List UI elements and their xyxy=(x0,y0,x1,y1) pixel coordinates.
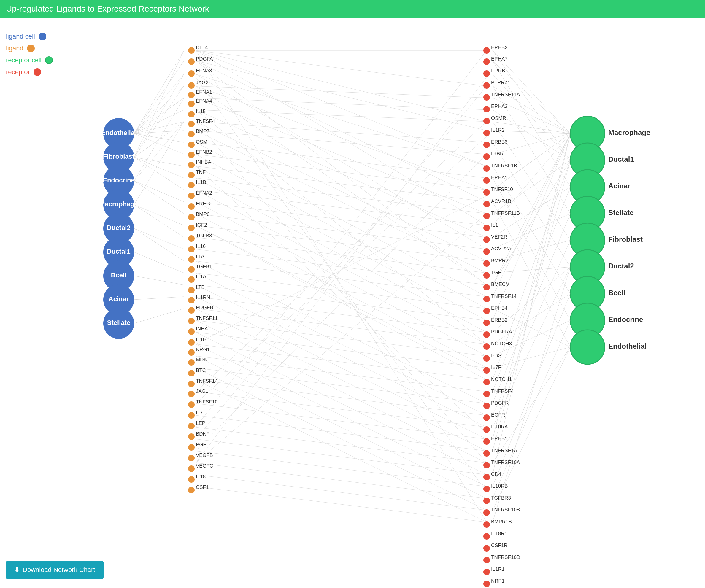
node-ligand-nrg1[interactable] xyxy=(188,349,195,356)
node-receptor-vegf2r[interactable] xyxy=(483,237,490,243)
node-ligand-lta[interactable] xyxy=(188,256,195,262)
node-receptor-ltbr[interactable] xyxy=(483,153,490,160)
node-ligand-bmp7[interactable] xyxy=(188,131,195,137)
svg-text:TNFSF14: TNFSF14 xyxy=(196,378,218,384)
node-receptor-tmsfsf10[interactable] xyxy=(483,189,490,196)
node-ligand-tnfsf14[interactable] xyxy=(188,381,195,387)
node-ligand-ltb[interactable] xyxy=(188,287,195,293)
node-receptor-il2rb[interactable] xyxy=(483,70,490,77)
node-receptor-nrp1[interactable] xyxy=(483,581,490,587)
node-receptor-notch1[interactable] xyxy=(483,379,490,385)
node-ligand-jag2[interactable] xyxy=(188,82,195,89)
node-ligand-jag1[interactable] xyxy=(188,391,195,397)
node-receptor-tnfrsf4[interactable] xyxy=(483,391,490,397)
node-ligand-il18[interactable] xyxy=(188,476,195,483)
node-receptor-csf1r[interactable] xyxy=(483,545,490,551)
node-receptor-cd4[interactable] xyxy=(483,474,490,480)
node-ligand-dll4[interactable] xyxy=(188,47,195,54)
node-ligand-bmp6[interactable] xyxy=(188,214,195,220)
node-ligand-efna3[interactable] xyxy=(188,70,195,77)
node-receptor-egfr[interactable] xyxy=(483,414,490,421)
node-ligand-vegfc[interactable] xyxy=(188,466,195,472)
node-receptor-ephb2[interactable] xyxy=(483,47,490,54)
node-receptor-tnfrsf10b[interactable] xyxy=(483,509,490,516)
node-receptor-osmr[interactable] xyxy=(483,118,490,124)
node-receptor-cell-endothelial[interactable] xyxy=(570,330,605,364)
node-ligand-il1a[interactable] xyxy=(188,276,195,283)
node-receptor-epha1[interactable] xyxy=(483,177,490,184)
node-receptor-notch3[interactable] xyxy=(483,343,490,350)
node-receptor-tgf[interactable] xyxy=(483,272,490,279)
svg-text:Macrophage: Macrophage xyxy=(99,200,138,208)
node-receptor-pdgfra[interactable] xyxy=(483,331,490,338)
node-ligand-tnfsf10[interactable] xyxy=(188,401,195,408)
node-ligand-mdk[interactable] xyxy=(188,359,195,366)
node-receptor-tnfrsf1b[interactable] xyxy=(483,165,490,172)
node-ligand-il1b[interactable] xyxy=(188,182,195,188)
node-ligand-il7[interactable] xyxy=(188,412,195,419)
node-receptor-il1r1[interactable] xyxy=(483,569,490,575)
node-receptor-tnfrsf10a[interactable] xyxy=(483,462,490,469)
node-ligand-tgfb1[interactable] xyxy=(188,266,195,273)
node-ligand-il16[interactable] xyxy=(188,246,195,252)
node-receptor-tnfrsf11a[interactable] xyxy=(483,94,490,101)
svg-line-95 xyxy=(196,50,486,86)
node-receptor-tnfrsf14[interactable] xyxy=(483,296,490,302)
node-receptor-tgfbr3[interactable] xyxy=(483,497,490,504)
node-ligand-il15[interactable] xyxy=(188,111,195,117)
node-ligand-bdnf[interactable] xyxy=(188,433,195,440)
node-ligand-pdgfa[interactable] xyxy=(188,58,195,65)
node-ligand-efna2[interactable] xyxy=(188,193,195,199)
node-ligand-inhba[interactable] xyxy=(188,162,195,168)
svg-line-141 xyxy=(196,285,486,427)
download-button[interactable]: Download Network Chart xyxy=(6,561,103,579)
node-receptor-tnfrsf11b[interactable] xyxy=(483,213,490,219)
node-ligand-efnb2[interactable] xyxy=(188,152,195,158)
node-receptor-erbb3[interactable] xyxy=(483,142,490,148)
node-ligand-il1rn[interactable] xyxy=(188,297,195,303)
node-ligand-tgfb3[interactable] xyxy=(188,235,195,242)
node-ligand-csf1[interactable] xyxy=(188,487,195,493)
node-ligand-inha[interactable] xyxy=(188,329,195,335)
node-ligand-il10[interactable] xyxy=(188,339,195,346)
node-ligand-lep[interactable] xyxy=(188,423,195,429)
node-receptor-epha3[interactable] xyxy=(483,106,490,112)
svg-text:IL1R1: IL1R1 xyxy=(491,566,505,572)
node-ligand-efna1[interactable] xyxy=(188,92,195,98)
node-ligand-ereg[interactable] xyxy=(188,203,195,210)
node-receptor-ephb1[interactable] xyxy=(483,438,490,445)
node-ligand-tnf[interactable] xyxy=(188,172,195,178)
node-receptor-il1r2[interactable] xyxy=(483,130,490,136)
node-receptor-epha7[interactable] xyxy=(483,58,490,65)
node-receptor-acvr1b[interactable] xyxy=(483,201,490,207)
node-receptor-tnfrsf1a[interactable] xyxy=(483,450,490,456)
node-receptor-bmpr1b[interactable] xyxy=(483,521,490,528)
node-ligand-tnfsf4[interactable] xyxy=(188,121,195,127)
node-ligand-tnfsf11[interactable] xyxy=(188,318,195,324)
svg-text:IL10RB: IL10RB xyxy=(491,483,508,489)
node-ligand-osm[interactable] xyxy=(188,142,195,148)
node-receptor-bmpr2[interactable] xyxy=(483,260,490,267)
node-ligand-igf2[interactable] xyxy=(188,225,195,231)
node-receptor-ephb4[interactable] xyxy=(483,308,490,314)
node-ligand-efna4[interactable] xyxy=(188,101,195,107)
node-ligand-btc[interactable] xyxy=(188,370,195,377)
node-receptor-il18r1[interactable] xyxy=(483,533,490,540)
node-receptor-il7r[interactable] xyxy=(483,367,490,374)
node-receptor-pdgfr[interactable] xyxy=(483,403,490,409)
node-receptor-ptprz1[interactable] xyxy=(483,82,490,89)
node-ligand-pdgfb[interactable] xyxy=(188,307,195,313)
node-receptor-il10rb[interactable] xyxy=(483,486,490,492)
node-receptor-il6st[interactable] xyxy=(483,355,490,362)
node-receptor-acvr2a[interactable] xyxy=(483,248,490,255)
node-receptor-il1[interactable] xyxy=(483,225,490,231)
node-receptor-erbb2[interactable] xyxy=(483,320,490,326)
node-receptor-bmecm[interactable] xyxy=(483,284,490,290)
node-ligand-vegfb[interactable] xyxy=(188,455,195,461)
node-receptor-tnfrsf10d[interactable] xyxy=(483,557,490,564)
svg-line-35 xyxy=(134,98,184,181)
node-ligand-pgf[interactable] xyxy=(188,444,195,451)
node-receptor-il10ra[interactable] xyxy=(483,426,490,433)
svg-text:EPHB1: EPHB1 xyxy=(491,436,508,441)
svg-text:IL15: IL15 xyxy=(196,109,205,114)
